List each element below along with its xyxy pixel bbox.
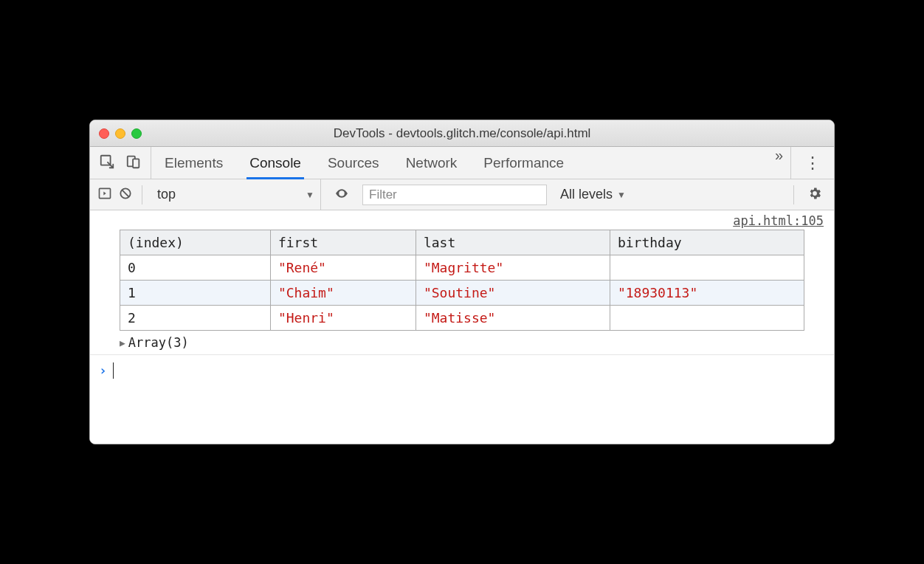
array-summary-text: Array(3) <box>128 335 189 350</box>
minimize-window-button[interactable] <box>115 128 125 139</box>
zoom-window-button[interactable] <box>131 128 142 139</box>
cell-last: "Soutine" <box>416 281 610 306</box>
cell-last: "Magritte" <box>416 255 610 281</box>
source-link[interactable]: api.html:105 <box>90 210 834 230</box>
table-row[interactable]: 2 "Henri" "Matisse" <box>120 306 804 331</box>
tab-sources[interactable]: Sources <box>328 147 379 179</box>
tab-performance[interactable]: Performance <box>483 147 564 179</box>
col-first[interactable]: first <box>270 230 416 255</box>
cell-first: "René" <box>270 255 416 281</box>
prompt-chevron-icon: › <box>99 362 107 378</box>
close-window-button[interactable] <box>99 128 109 139</box>
console-table-wrap: (index) first last birthday 0 "René" "Ma… <box>90 230 834 331</box>
window-title: DevTools - devtools.glitch.me/console/ap… <box>99 126 825 141</box>
table-header-row: (index) first last birthday <box>120 230 804 255</box>
device-toolbar-icon[interactable] <box>125 154 142 173</box>
chevron-down-icon: ▼ <box>306 190 314 200</box>
svg-rect-2 <box>133 159 139 168</box>
array-summary-line[interactable]: ▶ Array(3) <box>90 331 834 355</box>
chevron-down-icon: ▼ <box>617 190 626 200</box>
devtools-tabstrip: Elements Console Sources Network Perform… <box>90 147 834 179</box>
toolbar-separator <box>142 185 142 204</box>
clear-console-icon[interactable] <box>118 186 133 204</box>
cell-index: 2 <box>120 306 271 331</box>
col-last[interactable]: last <box>416 230 610 255</box>
execution-context-select[interactable]: top ▼ <box>151 179 321 210</box>
table-row[interactable]: 0 "René" "Magritte" <box>120 255 804 281</box>
cell-first: "Chaim" <box>270 281 416 306</box>
console-output: api.html:105 (index) first last birthday… <box>90 210 834 444</box>
inspect-tools-group <box>90 147 151 179</box>
console-toolbar: top ▼ All levels ▼ <box>90 179 834 210</box>
devtools-window: DevTools - devtools.glitch.me/console/ap… <box>89 120 835 444</box>
log-levels-select[interactable]: All levels ▼ <box>553 187 633 202</box>
tabstrip-right-group: ⋮ <box>790 147 834 179</box>
context-label: top <box>157 187 176 202</box>
col-index[interactable]: (index) <box>120 230 271 255</box>
console-table: (index) first last birthday 0 "René" "Ma… <box>120 230 804 331</box>
levels-label: All levels <box>560 187 613 202</box>
toggle-sidebar-icon[interactable] <box>97 186 112 204</box>
text-cursor <box>113 362 114 379</box>
toolbar-separator <box>793 185 794 204</box>
tab-console[interactable]: Console <box>249 147 301 179</box>
cell-last: "Matisse" <box>416 306 610 331</box>
more-tabs-icon[interactable]: » <box>768 147 790 179</box>
cell-birthday: "18930113" <box>610 281 804 306</box>
cell-birthday <box>610 255 804 281</box>
table-row[interactable]: 1 "Chaim" "Soutine" "18930113" <box>120 281 804 306</box>
panel-tabs: Elements Console Sources Network Perform… <box>151 147 768 179</box>
tab-elements[interactable]: Elements <box>165 147 223 179</box>
cell-birthday <box>610 306 804 331</box>
cell-first: "Henri" <box>270 306 416 331</box>
expand-triangle-icon[interactable]: ▶ <box>120 337 125 348</box>
inspect-element-icon[interactable] <box>99 154 115 173</box>
console-settings-icon[interactable] <box>803 186 827 204</box>
cell-index: 0 <box>120 255 271 281</box>
console-prompt[interactable]: › <box>90 355 834 444</box>
tab-network[interactable]: Network <box>406 147 458 179</box>
window-titlebar[interactable]: DevTools - devtools.glitch.me/console/ap… <box>90 120 834 147</box>
kebab-menu-icon[interactable]: ⋮ <box>800 154 825 173</box>
traffic-lights <box>99 128 142 139</box>
col-birthday[interactable]: birthday <box>610 230 804 255</box>
cell-index: 1 <box>120 281 271 306</box>
svg-point-5 <box>340 192 343 195</box>
live-expression-icon[interactable] <box>327 186 356 204</box>
filter-input[interactable] <box>362 185 547 205</box>
